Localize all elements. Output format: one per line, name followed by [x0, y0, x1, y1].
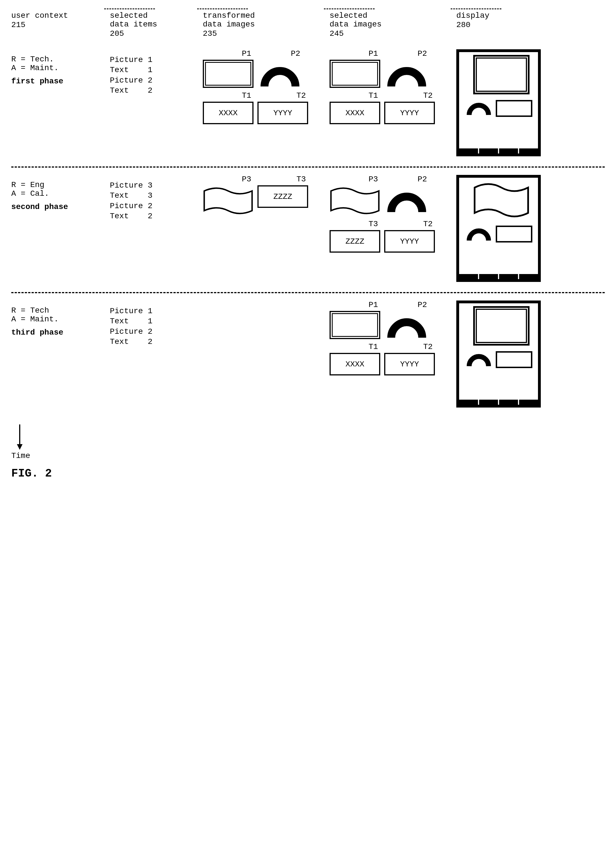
- image-cell: T2 YYYY: [384, 91, 435, 124]
- header-ref: 235: [203, 29, 327, 38]
- device-screen: [462, 55, 535, 146]
- image-row: T1 XXXX T2 YYYY: [330, 91, 453, 124]
- phase-label: third phase: [11, 328, 107, 337]
- image-cell: P2: [384, 300, 429, 339]
- image-cell: P1: [330, 49, 380, 88]
- figure-label: FIG. 2: [11, 467, 605, 480]
- column-headers: user context 215 selected data items 205…: [11, 11, 605, 38]
- header-display: display 280: [456, 11, 569, 38]
- image-label: T1: [242, 91, 253, 100]
- image-row: T3 ZZZZ T2 YYYY: [330, 220, 453, 253]
- phase-label: first phase: [11, 77, 107, 86]
- image-row: T1 XXXX T2 YYYY: [330, 342, 453, 375]
- phase-first: R = Tech.A = Maint. first phase Picture …: [11, 44, 605, 165]
- selected-items-col: Picture 1Text 1Picture 2Text 2: [110, 300, 200, 408]
- header-selected-images: selected data images 245: [330, 11, 453, 38]
- device-button-icon: [519, 148, 538, 153]
- image-label: P2: [417, 175, 429, 184]
- picture-wavy-icon: [203, 185, 253, 216]
- device-button-icon: [519, 400, 538, 405]
- device-button-icon: [499, 274, 518, 279]
- device-screen: [462, 181, 535, 272]
- selected-images-col: P3 P2 T3 ZZZZ T2 YYYY: [330, 175, 453, 282]
- text-box: XXXX: [330, 102, 380, 124]
- device-buttons: [459, 274, 538, 279]
- image-label: T2: [423, 91, 435, 100]
- device-buttons: [459, 400, 538, 405]
- context-item: A = Cal.: [11, 189, 107, 198]
- context-list: R = TechA = Maint.: [11, 306, 107, 323]
- image-row: P1 P2: [330, 49, 453, 88]
- image-row: P3 T3 ZZZZ: [203, 175, 327, 216]
- display-col: [456, 300, 569, 408]
- image-row: T1 XXXX T2 YYYY: [203, 91, 327, 124]
- text-box: YYYY: [384, 102, 435, 124]
- picture-arc-icon: [258, 60, 303, 88]
- device-button-icon: [479, 148, 498, 153]
- device-button-icon: [479, 400, 498, 405]
- context-item: A = Maint.: [11, 315, 107, 323]
- image-cell: T1 XXXX: [203, 91, 253, 124]
- transformed-images-col: [203, 300, 327, 408]
- data-item: Picture 1: [110, 55, 200, 65]
- device-arc-icon: [465, 97, 493, 117]
- device-button-icon: [519, 274, 538, 279]
- image-cell: T2 YYYY: [384, 342, 435, 375]
- section-divider-icon: [197, 8, 248, 9]
- image-label: P2: [291, 49, 303, 58]
- device-button-icon: [459, 148, 478, 153]
- device-button-icon: [459, 274, 478, 279]
- image-label: P1: [368, 300, 380, 309]
- section-divider-icon: [324, 8, 375, 9]
- device-lower-row: [465, 97, 535, 117]
- image-label: T1: [368, 91, 380, 100]
- data-item: Picture 1: [110, 306, 200, 316]
- user-context-col: R = EngA = Cal. second phase: [11, 175, 107, 282]
- section-divider-icon: [104, 8, 155, 9]
- image-label: T3: [296, 175, 308, 184]
- header-title-l1: selected: [330, 11, 453, 20]
- header-transformed-images: transformed data images 235: [203, 11, 327, 38]
- picture-wavy-icon: [330, 185, 380, 216]
- device-main-rect-icon: [473, 55, 530, 94]
- image-label: T1: [368, 342, 380, 351]
- selected-items-col: Picture 3Text 3Picture 2Text 2: [110, 175, 200, 282]
- phase-label: second phase: [11, 203, 107, 211]
- header-ref: 205: [110, 29, 200, 38]
- device-small-rect-icon: [496, 351, 532, 368]
- device-lower-row: [465, 348, 535, 368]
- image-cell: P1: [203, 49, 253, 88]
- header-selected-items: selected data items 205: [110, 11, 200, 38]
- device-small-rect-icon: [496, 226, 532, 242]
- phase-second: R = EngA = Cal. second phase Picture 3Te…: [11, 169, 605, 290]
- device-button-icon: [459, 400, 478, 405]
- selected-images-col: P1 P2 T1 XXXX T2 YYYY: [330, 49, 453, 156]
- data-item: Text 2: [110, 211, 200, 221]
- image-cell: T1 XXXX: [330, 342, 380, 375]
- image-label: P2: [417, 49, 429, 58]
- header-title-l2: data items: [110, 20, 200, 29]
- text-box: YYYY: [384, 230, 435, 253]
- time-label: Time: [11, 451, 30, 460]
- image-label: P2: [417, 300, 429, 309]
- context-list: R = Tech.A = Maint.: [11, 55, 107, 72]
- data-item: Text 1: [110, 316, 200, 326]
- display-col: [456, 49, 569, 156]
- image-label: T2: [296, 91, 308, 100]
- footer: Time FIG. 2: [11, 425, 605, 480]
- image-label: T2: [423, 220, 435, 228]
- image-row: P1 P2: [203, 49, 327, 88]
- device-main-wavy-icon: [473, 181, 530, 220]
- data-item: Picture 2: [110, 327, 200, 337]
- header-title-l1: transformed: [203, 11, 327, 20]
- image-cell: T1 XXXX: [330, 91, 380, 124]
- time-axis: Time: [11, 425, 605, 460]
- image-cell: P3: [330, 175, 380, 216]
- picture-arc-icon: [384, 185, 429, 214]
- picture-rect-icon: [330, 60, 380, 88]
- image-label: T3: [368, 220, 380, 228]
- image-cell: T2 YYYY: [384, 220, 435, 253]
- svg-marker-1: [17, 444, 22, 450]
- image-row: P1 P2: [330, 300, 453, 339]
- image-label: P3: [368, 175, 380, 184]
